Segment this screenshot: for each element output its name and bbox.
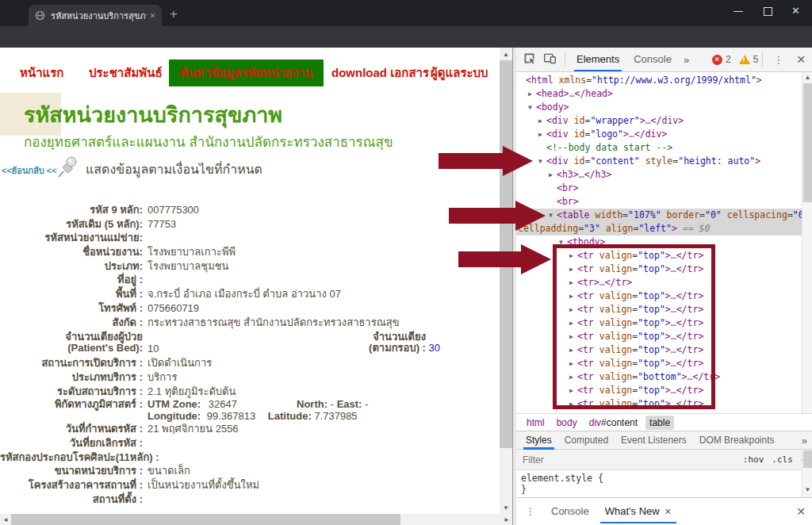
drawer-tab-console[interactable]: Console (543, 498, 597, 525)
devtools-close-icon[interactable]: ✕ (790, 53, 812, 66)
tree-line-10[interactable]: ▼<table width="107%" border="0" cellspac… (516, 209, 802, 222)
styles-tab-event-listeners[interactable]: Event Listeners (615, 431, 693, 450)
class-toggle[interactable]: .cls (772, 454, 793, 465)
tree-line-17[interactable]: ▶<tr valign="top">…</tr> (516, 303, 802, 316)
breadcrumb-item-3[interactable]: table (645, 416, 674, 430)
scroll-down-icon[interactable]: ▼ (802, 486, 812, 493)
field-row: วันที่กำหนดรหัส :21 พฤศจิกายน 2556 (0, 422, 498, 436)
styles-filter-input[interactable] (521, 454, 735, 466)
page-vertical-scrollbar[interactable]: ▲ ▼ (500, 48, 512, 514)
warning-badge-icon[interactable] (739, 55, 750, 64)
tree-line-14[interactable]: ▶<tr valign="top">…</tr> (516, 262, 802, 276)
breadcrumb-item-1[interactable]: body (553, 416, 581, 430)
tree-line-1[interactable]: ▶<head>…</head> (516, 87, 802, 101)
hover-state-toggle[interactable]: :hov (743, 454, 764, 465)
expand-arrow-icon[interactable]: ▶ (569, 330, 577, 343)
expand-arrow-icon[interactable]: ▶ (569, 384, 577, 397)
tree-line-21[interactable]: ▶<tr valign="top">…</tr> (516, 357, 802, 370)
tree-line-24[interactable]: ▶<tr valign="top">…</tr> (516, 397, 802, 411)
expand-arrow-icon[interactable]: ▶ (569, 316, 577, 330)
devtools-tab-console[interactable]: Console (626, 48, 679, 71)
expand-arrow-icon[interactable]: ▶ (569, 357, 577, 370)
expand-arrow-icon[interactable]: ▶ (549, 168, 557, 182)
expand-arrow-icon[interactable]: ▶ (569, 249, 577, 262)
tree-line-12[interactable]: ▼<tbody> (516, 236, 802, 249)
tab-close-icon[interactable]: × (150, 10, 155, 21)
elements-scrollbar[interactable]: ▲ (802, 72, 812, 413)
tree-line-7[interactable]: ▶<h3>…</h3> (516, 168, 802, 182)
scroll-left-icon[interactable]: ◄ (0, 516, 12, 523)
tree-line-18[interactable]: ▶<tr valign="top">…</tr> (516, 316, 802, 330)
drawer-tab-close-icon[interactable]: ✕ (665, 507, 672, 516)
tree-line-23[interactable]: ▶<tr valign="top">…</tr> (516, 384, 802, 397)
expand-arrow-icon[interactable]: ▶ (569, 370, 577, 384)
nav-item-0[interactable]: หน้าแรก (20, 63, 63, 82)
breadcrumb-item-0[interactable]: html (523, 416, 549, 430)
tree-line-15[interactable]: ▶<tr>…</tr> (516, 276, 802, 289)
window-maximize-button[interactable] (764, 7, 772, 16)
tree-line-0[interactable]: <html xmlns="http://www.w3.org/1999/xhtm… (516, 74, 802, 87)
collapse-arrow-icon[interactable]: ▼ (538, 155, 546, 168)
nav-item-2[interactable]: ค้นหาข้อมูลรหัสหน่วยงาน (169, 59, 324, 86)
scroll-up-icon[interactable]: ▲ (802, 74, 812, 81)
expand-arrow-icon[interactable]: ▶ (528, 87, 536, 101)
styles-scrollbar-thumb[interactable] (803, 450, 812, 468)
tree-line-16[interactable]: ▶<tr valign="top">…</tr> (516, 289, 802, 303)
styles-tab-styles[interactable]: Styles (519, 431, 558, 450)
tree-line-13[interactable]: ▶<tr valign="top">…</tr> (516, 249, 802, 262)
collapse-arrow-icon[interactable]: ▼ (549, 209, 557, 222)
styles-scrollbar[interactable]: ▼ (802, 450, 812, 497)
expand-arrow-icon[interactable]: ▶ (538, 114, 546, 128)
styles-tab-dom-breakpoints[interactable]: DOM Breakpoints (693, 431, 781, 450)
drawer-tab-what's-new[interactable]: What's New✕ (597, 498, 680, 525)
error-count[interactable]: 2 (726, 54, 731, 65)
tree-line-5[interactable]: <!--body data start --> (516, 141, 802, 155)
more-tabs-icon[interactable]: » (679, 54, 694, 66)
drawer-menu-icon[interactable]: ⋮ (516, 508, 543, 516)
styles-tab-computed[interactable]: Computed (558, 431, 615, 450)
expand-arrow-icon[interactable]: ▶ (569, 276, 577, 289)
back-link[interactable]: <<ย้อนกลับ << (2, 163, 57, 178)
tree-line-19[interactable]: ▶<tr valign="top">…</tr> (516, 330, 802, 343)
expand-arrow-icon[interactable]: ▶ (569, 343, 577, 357)
window-close-button[interactable]: ✕ (791, 5, 800, 17)
tree-line-11[interactable]: cellpadding="3" align="left"> == $0 (516, 222, 802, 236)
drawer-close-icon[interactable]: ✕ (796, 505, 806, 518)
tree-line-22[interactable]: ▶<tr valign="bottom">…</tr> (516, 370, 802, 384)
elements-scrollbar-thumb[interactable] (803, 83, 812, 202)
tree-line-9[interactable]: <br> (516, 195, 802, 209)
error-badge-icon[interactable]: ✕ (712, 55, 722, 65)
collapse-arrow-icon[interactable]: ▼ (559, 236, 567, 249)
tree-line-4[interactable]: ▶<div id="logo">…</div> (516, 128, 802, 141)
warning-count[interactable]: 5 (753, 54, 759, 65)
nav-item-4[interactable]: ผู้ดูแลระบบ (431, 63, 488, 82)
tree-line-2[interactable]: ▼<body> (516, 101, 802, 114)
horizontal-scrollbar-thumb[interactable] (11, 514, 400, 525)
devtools-menu-icon[interactable]: ⋮ (767, 54, 790, 66)
scroll-up-icon[interactable]: ▲ (500, 51, 512, 58)
nav-item-3[interactable]: download เอกสาร (331, 63, 429, 82)
browser-tab[interactable]: รหัสหน่วยงานบริการสุขภาพ × (29, 5, 162, 26)
window-minimize-button[interactable] (733, 11, 743, 12)
collapse-arrow-icon[interactable]: ▼ (528, 101, 536, 114)
tree-line-6[interactable]: ▼<div id="content" style="height: auto"> (516, 155, 802, 168)
breadcrumb-item-2[interactable]: div#content (585, 416, 642, 430)
expand-arrow-icon[interactable]: ▶ (569, 262, 577, 276)
tree-line-20[interactable]: ▶<tr valign="top">…</tr> (516, 343, 802, 357)
new-tab-button[interactable]: + (170, 6, 178, 22)
expand-arrow-icon[interactable]: ▶ (538, 128, 546, 141)
page-horizontal-scrollbar[interactable]: ◄ ► (0, 514, 512, 525)
expand-arrow-icon[interactable]: ▶ (569, 289, 577, 303)
result-note: แสดงข้อมูลตามเงื่อนไขที่กำหนด (86, 159, 262, 179)
devtools-tab-elements[interactable]: Elements (569, 48, 626, 71)
styles-more-tabs-icon[interactable]: » (797, 435, 812, 446)
scroll-right-icon[interactable]: ► (500, 516, 512, 523)
device-toolbar-icon[interactable] (539, 52, 561, 68)
expand-arrow-icon[interactable]: ▶ (569, 303, 577, 316)
inspect-element-icon[interactable] (516, 52, 539, 68)
tree-line-8[interactable]: <br> (516, 182, 802, 195)
nav-item-1[interactable]: ประชาสัมพันธ์ (89, 63, 163, 82)
scroll-down-icon[interactable]: ▼ (500, 504, 512, 512)
expand-arrow-icon[interactable]: ▶ (569, 397, 577, 411)
tree-line-3[interactable]: ▶<div id="wrapper">…</div> (516, 114, 802, 128)
